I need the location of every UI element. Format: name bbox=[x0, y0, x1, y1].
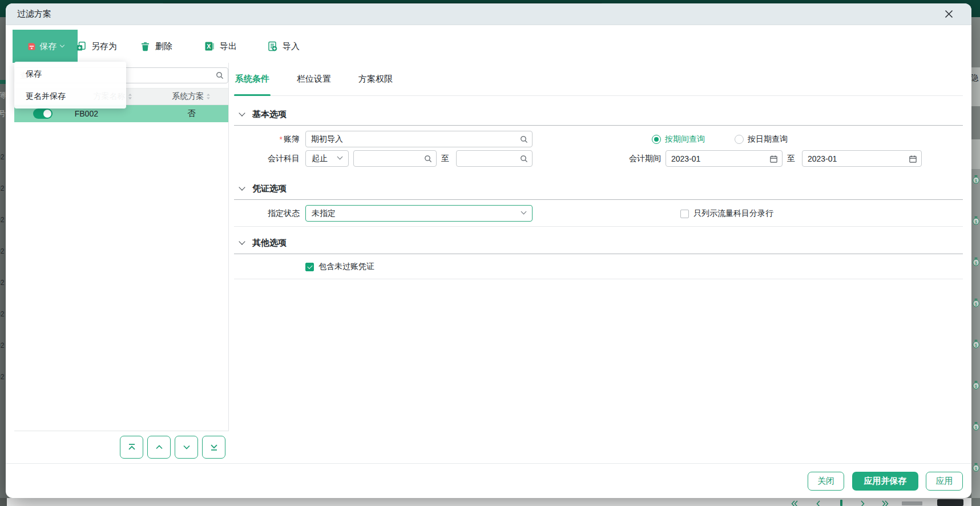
save-as-button[interactable]: 另存为 bbox=[75, 30, 117, 63]
account-range-select[interactable]: 起止 bbox=[305, 150, 349, 167]
save-button[interactable]: 保存 bbox=[13, 30, 78, 63]
delete-label: 删除 bbox=[155, 41, 172, 52]
close-icon[interactable] bbox=[943, 9, 954, 20]
tab-column-settings[interactable]: 栏位设置 bbox=[297, 63, 331, 95]
background-row-number: 02 bbox=[0, 153, 4, 161]
section-divider bbox=[234, 254, 963, 254]
arrow-down-icon bbox=[182, 442, 192, 452]
period-label: 会计期间 bbox=[599, 150, 661, 168]
pagination-text-blur bbox=[902, 501, 922, 505]
row-divider bbox=[234, 279, 963, 279]
radio-by-period[interactable] bbox=[652, 135, 661, 144]
search-icon[interactable] bbox=[520, 135, 528, 143]
svg-text:$: $ bbox=[975, 343, 977, 347]
chevron-down-icon bbox=[59, 43, 64, 47]
import-label: 导入 bbox=[283, 41, 300, 52]
collapse-chevron-icon bbox=[239, 238, 245, 244]
collapse-chevron-icon bbox=[239, 110, 245, 116]
export-button[interactable]: X 导出 bbox=[204, 30, 237, 63]
move-up-button[interactable] bbox=[147, 436, 171, 459]
background-text-fragment: 簿 bbox=[0, 90, 6, 101]
scheme-system-cell: 否 bbox=[154, 109, 228, 119]
period-from-input[interactable] bbox=[666, 154, 782, 163]
close-button[interactable]: 关闭 bbox=[808, 472, 844, 491]
apply-button[interactable]: 应用 bbox=[926, 472, 963, 491]
background-row-number: 02 bbox=[0, 310, 4, 318]
background-row-number: 02 bbox=[0, 373, 4, 381]
section-voucher-options[interactable]: 凭证选项 bbox=[234, 182, 963, 195]
calendar-icon[interactable] bbox=[769, 155, 778, 163]
background-dark-block bbox=[937, 499, 963, 506]
pagination-prev-icon bbox=[814, 500, 822, 506]
column-header-system[interactable]: 系统方案 bbox=[154, 91, 228, 102]
search-icon[interactable] bbox=[424, 155, 432, 163]
dialog-title: 过滤方案 bbox=[17, 9, 51, 19]
radio-by-date-label[interactable]: 按日期查询 bbox=[748, 134, 788, 144]
screen: 簿 号 02 02 02 02 02 02 02 02 隐 $ $ $ $ $ … bbox=[0, 0, 980, 506]
money-bag-icon: $ bbox=[972, 463, 980, 472]
ledger-label: * 账簿 bbox=[234, 130, 300, 148]
tab-system-conditions[interactable]: 系统条件 bbox=[235, 63, 269, 95]
tabs-bar: 系统条件 栏位设置 方案权限 bbox=[234, 63, 963, 96]
import-icon bbox=[267, 41, 278, 52]
status-select[interactable]: 未指定 bbox=[305, 205, 533, 222]
required-mark: * bbox=[280, 135, 283, 144]
chevron-down-icon bbox=[337, 154, 343, 160]
svg-text:$: $ bbox=[975, 220, 977, 224]
flow-only-checkbox[interactable] bbox=[680, 210, 689, 218]
svg-text:$: $ bbox=[975, 302, 977, 306]
ledger-input[interactable] bbox=[306, 135, 532, 144]
include-unposted-label[interactable]: 包含未过账凭证 bbox=[318, 262, 374, 272]
calendar-icon[interactable] bbox=[909, 155, 917, 163]
svg-text:$: $ bbox=[975, 425, 977, 429]
account-to-box bbox=[456, 150, 533, 167]
account-row: 会计科目 起止 至 会计期间 至 bbox=[234, 150, 963, 168]
menu-item-save[interactable]: 保存 bbox=[14, 63, 126, 85]
trash-icon bbox=[140, 41, 151, 52]
dialog-toolbar: 保存 另存为 删除 bbox=[6, 25, 971, 63]
arrow-to-bottom-icon bbox=[209, 442, 219, 452]
save-icon bbox=[27, 42, 37, 51]
move-to-top-button[interactable] bbox=[120, 436, 143, 459]
money-bag-icon: $ bbox=[972, 216, 980, 225]
move-to-bottom-button[interactable] bbox=[202, 436, 225, 459]
move-down-button[interactable] bbox=[175, 436, 198, 459]
money-bag-icon: $ bbox=[972, 175, 980, 184]
search-icon[interactable] bbox=[520, 155, 528, 163]
collapse-chevron-icon bbox=[239, 184, 245, 190]
delete-button[interactable]: 删除 bbox=[140, 30, 172, 63]
account-to-separator: 至 bbox=[441, 150, 449, 168]
include-unposted-option: 包含未过账凭证 bbox=[305, 258, 374, 276]
account-from-box bbox=[353, 150, 437, 167]
flow-only-label[interactable]: 只列示流量科目分录行 bbox=[693, 208, 773, 219]
section-divider bbox=[234, 199, 963, 200]
scheme-enabled-toggle[interactable] bbox=[33, 109, 53, 119]
export-label: 导出 bbox=[220, 41, 237, 52]
import-button[interactable]: 导入 bbox=[267, 30, 300, 63]
radio-by-period-label[interactable]: 按期间查询 bbox=[665, 134, 705, 144]
apply-and-save-button[interactable]: 应用并保存 bbox=[852, 472, 918, 491]
background-row-number: 02 bbox=[0, 247, 4, 255]
money-bag-icon: $ bbox=[972, 380, 980, 389]
include-unposted-checkbox[interactable] bbox=[305, 263, 314, 271]
pagination-next-icon bbox=[858, 500, 866, 506]
menu-item-rename-and-save[interactable]: 更名并保存 bbox=[14, 85, 126, 107]
include-unposted-row: 包含未过账凭证 bbox=[234, 258, 963, 275]
background-row-number: 02 bbox=[0, 342, 4, 350]
sort-icon[interactable] bbox=[206, 93, 211, 100]
arrow-to-top-icon bbox=[127, 442, 137, 452]
dialog-titlebar[interactable]: 过滤方案 bbox=[6, 3, 971, 25]
row-divider bbox=[234, 226, 963, 227]
svg-text:X: X bbox=[207, 43, 211, 50]
section-basic-options[interactable]: 基本选项 bbox=[234, 107, 963, 121]
tab-scheme-permissions[interactable]: 方案权限 bbox=[358, 63, 393, 95]
pagination-first-icon bbox=[791, 500, 798, 506]
background-right-strip: 隐 $ $ $ $ $ $ $ $ bbox=[971, 17, 980, 498]
filter-scheme-dialog: 过滤方案 保存 另存为 bbox=[6, 3, 971, 498]
period-to-input[interactable] bbox=[802, 154, 921, 163]
radio-by-date[interactable] bbox=[735, 135, 744, 144]
sort-icon[interactable] bbox=[128, 93, 132, 100]
scheme-name-cell: FB002 bbox=[71, 109, 155, 118]
scheme-reorder-controls bbox=[120, 436, 225, 459]
section-other-options[interactable]: 其他选项 bbox=[234, 236, 963, 250]
